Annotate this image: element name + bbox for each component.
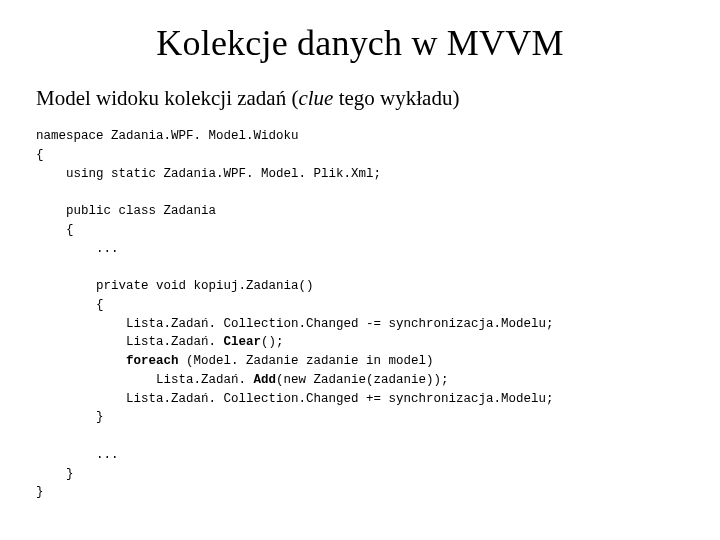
code-line <box>36 354 126 368</box>
code-line: { <box>36 148 44 162</box>
code-block: namespace Zadania.WPF. Model.Widoku { us… <box>36 127 684 502</box>
code-line: ... <box>36 242 119 256</box>
code-bold: Clear <box>224 335 262 349</box>
code-line: private void kopiuj.Zadania() <box>36 279 314 293</box>
code-bold: Add <box>254 373 277 387</box>
code-line: (Model. Zadanie zadanie in model) <box>179 354 434 368</box>
code-line: Lista.Zadań. Collection.Changed -= synch… <box>36 317 554 331</box>
code-line: } <box>36 485 44 499</box>
subtitle-suffix: tego wykładu) <box>333 86 459 110</box>
slide-title: Kolekcje danych w MVVM <box>36 22 684 64</box>
code-line: (new Zadanie(zadanie)); <box>276 373 449 387</box>
code-bold: foreach <box>126 354 179 368</box>
code-line: (); <box>261 335 284 349</box>
subtitle-prefix: Model widoku kolekcji zadań ( <box>36 86 298 110</box>
code-line: Lista.Zadań. Collection.Changed += synch… <box>36 392 554 406</box>
code-line: Lista.Zadań. <box>36 335 224 349</box>
code-line: Lista.Zadań. <box>36 373 254 387</box>
code-line: { <box>36 223 74 237</box>
subtitle-italic: clue <box>298 86 333 110</box>
code-line: { <box>36 298 104 312</box>
slide-subtitle: Model widoku kolekcji zadań (clue tego w… <box>36 86 684 111</box>
code-line: namespace Zadania.WPF. Model.Widoku <box>36 129 299 143</box>
code-line: ... <box>36 448 119 462</box>
code-line: using static Zadania.WPF. Model. Plik.Xm… <box>36 167 381 181</box>
slide: Kolekcje danych w MVVM Model widoku kole… <box>0 0 720 540</box>
code-line: } <box>36 467 74 481</box>
code-line: } <box>36 410 104 424</box>
code-line: public class Zadania <box>36 204 216 218</box>
